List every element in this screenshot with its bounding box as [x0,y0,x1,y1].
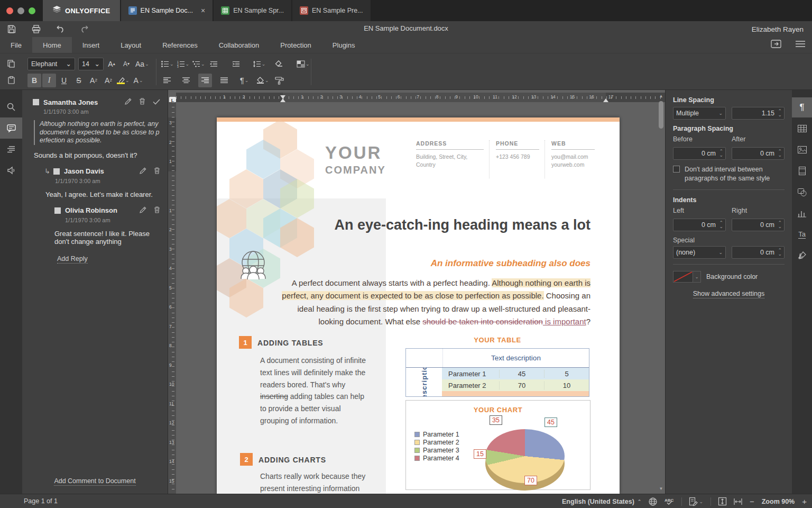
edit-comment-icon[interactable] [140,167,146,176]
document-page[interactable]: YOUR COMPANY ADDRESS Building, Street, C… [217,117,620,494]
signature-settings-icon[interactable] [792,246,812,266]
open-file-location-icon[interactable] [771,40,781,50]
minimize-window-button[interactable] [17,7,24,14]
tab-spreadsheet[interactable]: EN Sample Spr... [214,0,291,21]
multilevel-list-button[interactable]: ⌄ [191,57,206,71]
scroll-down-icon[interactable]: ▼ [658,485,665,492]
fit-page-icon[interactable] [718,497,726,505]
delete-comment-icon[interactable] [139,97,145,107]
language-selector[interactable]: English (United States)⌃ [562,498,641,505]
tab-insert[interactable]: Insert [72,37,110,53]
tab-presentation[interactable]: EN Sample Pre... [292,0,371,21]
indent-right-spinner[interactable]: 0 cm⌃⌄ [732,219,785,231]
background-color-swatch[interactable] [673,271,693,283]
resolve-comment-icon[interactable] [153,97,160,107]
tab-home[interactable]: Home [32,37,72,53]
delete-comment-icon[interactable] [154,167,160,176]
zoom-level[interactable]: Zoom 90% [762,498,795,505]
background-color-dropdown-icon[interactable]: ⌄ [693,271,701,283]
numbering-button[interactable]: 123⌄ [176,57,191,71]
vertical-ruler[interactable]: 32112345678910111213141516 [168,102,176,494]
zoom-in-icon[interactable]: + [802,497,807,506]
copy-button[interactable] [4,57,18,71]
line-spacing-button[interactable]: ⌄ [252,57,267,71]
paste-button[interactable] [4,74,18,87]
font-color-button[interactable]: A⌄ [132,74,145,87]
add-reply-link[interactable]: Add Reply [57,255,88,264]
text-art-settings-icon[interactable]: Ta [792,224,812,244]
align-center-button[interactable] [179,74,193,87]
add-comment-to-document-link[interactable]: Add Comment to Document [54,477,135,486]
special-amount-spinner[interactable]: 0 cm⌃⌄ [732,246,785,259]
table-settings-icon[interactable] [792,119,812,139]
comments-panel-icon[interactable] [0,117,22,139]
document-chart[interactable]: YOUR CHART Parameter 1 Parameter 2 Param… [405,400,590,490]
tab-collaboration[interactable]: Collaboration [208,37,270,53]
search-icon[interactable] [0,96,22,117]
zoom-out-icon[interactable]: − [750,497,754,506]
decrease-font-size-button[interactable]: A▾ [119,57,133,71]
document-table[interactable]: Text description Description Parameter 1… [405,348,589,397]
chart-settings-icon[interactable] [792,203,812,223]
tab-layout[interactable]: Layout [110,37,152,53]
align-right-button[interactable] [198,74,212,87]
hanging-indent-marker[interactable] [280,98,285,102]
hamburger-menu-icon[interactable] [795,40,806,50]
horizontal-ruler[interactable]: 211234567891011121314151617 [176,93,665,102]
edit-comment-icon[interactable] [140,206,146,215]
increase-indent-button[interactable] [229,57,243,71]
scrollbar-thumb[interactable] [659,101,663,129]
strikethrough-button[interactable]: S [72,74,86,87]
fit-width-icon[interactable] [734,498,742,505]
track-changes-icon[interactable]: ⌄ [689,497,703,505]
tab-plugins[interactable]: Plugins [322,37,366,53]
nonprinting-characters-button[interactable]: ¶⌄ [237,74,251,87]
maximize-window-button[interactable] [29,7,35,14]
align-left-button[interactable] [160,74,174,87]
copy-style-button[interactable] [272,74,286,87]
underline-button[interactable]: U [57,74,71,87]
spacing-before-spinner[interactable]: 0 cm⌃⌄ [673,147,726,160]
tab-document[interactable]: EN Sample Doc... × [121,0,213,21]
edit-comment-icon[interactable] [125,97,132,107]
justify-button[interactable] [217,74,231,87]
close-window-button[interactable] [6,7,13,14]
scroll-up-icon[interactable]: ▲ [658,93,665,99]
navigation-panel-icon[interactable] [0,139,22,160]
color-scheme-button[interactable]: ⌄ [296,57,311,71]
special-select[interactable]: (none)⌄ [673,246,726,259]
paragraph-settings-icon[interactable]: ¶ [792,97,812,117]
italic-button[interactable]: I [42,74,56,87]
decrease-indent-button[interactable] [207,57,221,71]
superscript-button[interactable]: A2 [87,74,100,87]
tab-references[interactable]: References [152,37,208,53]
delete-comment-icon[interactable] [154,206,160,215]
right-indent-marker[interactable] [603,98,608,102]
line-spacing-value-spinner[interactable]: 1.15⌃⌄ [732,107,785,120]
document-scrollbar[interactable]: ▲ ▼ [658,93,665,492]
spell-check-icon[interactable]: ABC [665,497,674,505]
clear-style-button[interactable] [272,57,286,71]
change-case-button[interactable]: Aa⌄ [134,57,150,71]
subscript-button[interactable]: A2 [102,74,115,87]
set-language-icon[interactable] [649,497,657,506]
close-tab-icon[interactable]: × [201,6,205,15]
highlight-color-button[interactable]: ⌄ [116,74,131,87]
bullets-button[interactable]: ⌄ [160,57,175,71]
paragraph-shading-button[interactable]: ⌄ [255,74,270,87]
show-advanced-settings-link[interactable]: Show advanced settings [693,290,765,298]
font-size-select[interactable]: 14⌄ [78,58,104,70]
image-settings-icon[interactable] [792,140,812,160]
interval-checkbox[interactable] [673,166,680,173]
font-name-select[interactable]: Elephant⌄ [27,58,75,70]
header-footer-settings-icon[interactable] [792,161,812,181]
tab-file[interactable]: File [0,37,32,53]
indent-left-spinner[interactable]: 0 cm⌃⌄ [673,219,726,231]
onlyoffice-main-tab[interactable]: ONLYOFFICE [43,0,120,21]
page-indicator[interactable]: Page 1 of 1 [24,497,58,505]
feedback-icon[interactable] [0,160,22,181]
shape-settings-icon[interactable] [792,182,812,202]
tab-protection[interactable]: Protection [270,37,322,53]
bold-button[interactable]: B [27,74,41,87]
increase-font-size-button[interactable]: A▴ [105,57,118,71]
